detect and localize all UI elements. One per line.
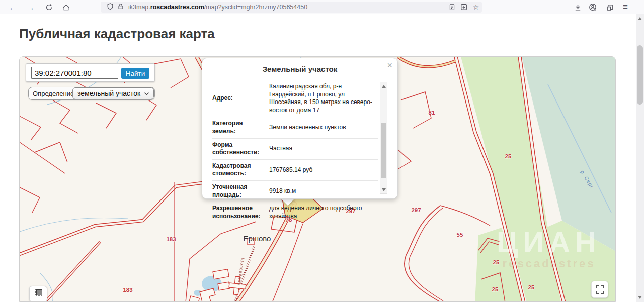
reader-view-icon[interactable]	[446, 2, 458, 13]
fullscreen-button[interactable]	[591, 281, 608, 298]
ruler-icon	[34, 288, 43, 299]
place-name-label: Ершово	[244, 234, 271, 243]
row-label: Разрешенное использование:	[212, 205, 265, 220]
popup-title: Земельный участок	[202, 58, 397, 73]
scroll-up-icon[interactable]	[380, 82, 387, 90]
page-scrollbar[interactable]	[636, 14, 644, 302]
download-icon[interactable]	[571, 0, 584, 14]
popup-scrollbar-thumb[interactable]	[381, 123, 386, 178]
popup-row-land-category: Категория земель: Земли населенных пункт…	[212, 117, 378, 138]
popup-rows: Адрес: Калининградская обл, р-н Гвардейс…	[212, 80, 378, 223]
page-scrollbar-thumb[interactable]	[637, 45, 643, 105]
account-icon[interactable]	[586, 0, 599, 14]
tracking-shield-icon[interactable]	[107, 3, 114, 12]
home-icon[interactable]	[59, 0, 72, 14]
popup-row-area: Уточненная площадь: 9918 кв.м	[212, 180, 378, 202]
search-button[interactable]: Найти	[121, 68, 149, 79]
filter-label: Определение:	[33, 90, 76, 97]
row-label: Категория земель:	[212, 120, 265, 135]
close-icon[interactable]: ×	[387, 60, 392, 71]
search-panel: Найти	[26, 63, 155, 82]
object-type-select[interactable]: земельный участок	[72, 87, 154, 99]
scroll-down-icon[interactable]	[638, 296, 642, 299]
lock-icon[interactable]	[117, 3, 124, 12]
row-value: для ведения личного подсобного хозяйства	[265, 205, 378, 220]
divider	[19, 49, 616, 49]
popup-row-address: Адрес: Калининградская обл, р-н Гвардейс…	[212, 80, 378, 117]
row-label: Форма собственности:	[212, 141, 265, 157]
popup-row-ownership: Форма собственности: Частная	[212, 138, 378, 159]
popup-row-cadastral-value: Кадастровая стоимость: 1767685.14 руб	[212, 159, 378, 180]
scroll-up-icon[interactable]	[638, 17, 642, 20]
back-icon[interactable]: ←	[6, 0, 19, 14]
filter-panel: Определение: земельный участок	[28, 87, 155, 100]
bookmark-star-icon[interactable]: ☆	[470, 2, 482, 13]
object-type-value: земельный участок	[77, 89, 144, 97]
row-label: Уточненная площадь:	[212, 183, 265, 199]
scroll-down-icon[interactable]	[380, 186, 387, 193]
reload-icon[interactable]	[42, 0, 55, 14]
row-value: 1767685.14 руб	[265, 166, 378, 174]
popup-scrollbar[interactable]	[380, 82, 387, 194]
browser-toolbar: ← → ik3map.roscadastres.com/map?ysclid=m…	[0, 0, 644, 14]
url-text: ik3map.roscadastres.com/map?ysclid=mghr2…	[128, 4, 446, 11]
page-title: Публичная кадастровая карта	[19, 26, 215, 42]
row-value: Калининградская обл, р-н Гвардейский, п …	[265, 83, 378, 114]
row-value: Частная	[265, 145, 378, 153]
fullscreen-icon	[596, 285, 604, 294]
sidebar-panel-icon[interactable]	[603, 0, 616, 14]
row-label: Кадастровая стоимость:	[212, 162, 265, 178]
cadastral-map[interactable]: ЦИАН roscadastres 81 25 297 297 78 183 5…	[19, 56, 616, 302]
row-label: Адрес:	[212, 94, 265, 103]
ruler-button[interactable]	[29, 286, 47, 302]
cadastral-number-input[interactable]	[31, 67, 118, 79]
row-value: Земли населенных пунктов	[265, 124, 378, 132]
menu-icon[interactable]: ≡	[619, 0, 632, 14]
row-value: 9918 кв.м	[265, 187, 378, 195]
parcel-info-popup: Земельный участок × Адрес: Калининградск…	[202, 58, 398, 199]
forward-icon[interactable]: →	[24, 0, 37, 14]
url-bar[interactable]: ik3map.roscadastres.com/map?ysclid=mghr2…	[101, 2, 482, 13]
popup-row-permitted-use: Разрешенное использование: для ведения л…	[212, 202, 378, 223]
save-to-pocket-icon[interactable]	[458, 2, 470, 13]
chevron-down-icon	[144, 89, 149, 98]
